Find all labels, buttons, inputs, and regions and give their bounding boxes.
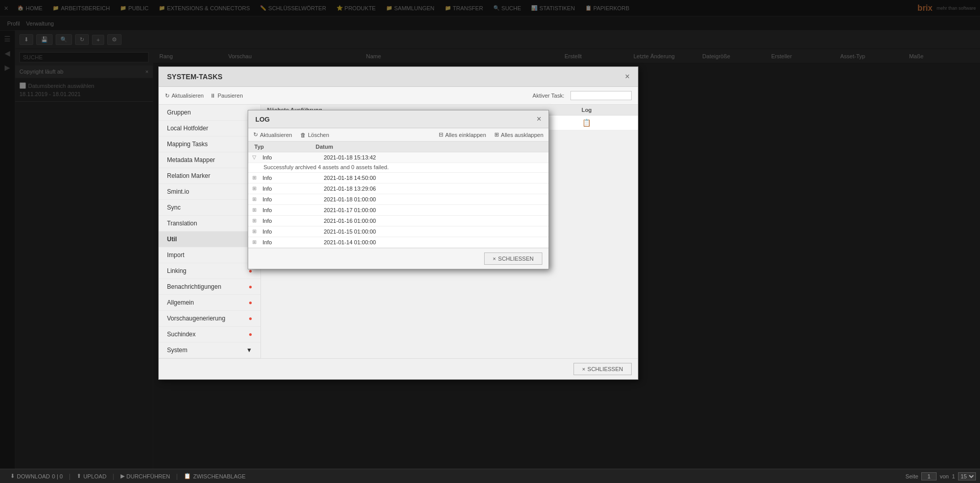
log-row: ⊞ Info 2021-01-16 01:00:00 [248, 216, 548, 226]
log-date: 2021-01-18 01:00:00 [322, 196, 544, 202]
delete-icon: 🗑 [300, 132, 306, 138]
expand-collapse-icon[interactable]: ⊞ [252, 239, 258, 245]
log-row: ▽ Info 2021-01-18 15:13:42 [248, 152, 548, 163]
log-type: Info [260, 218, 322, 224]
download-count: 0 | 0 [52, 473, 63, 479]
badge-icon: ● [249, 315, 252, 322]
pausieren-button[interactable]: ⏸ Pausieren [210, 93, 243, 99]
alles-einklappen-button[interactable]: ⊟ Alles einklappen [439, 131, 486, 138]
upload-icon: ⬆ [77, 473, 81, 479]
log-toolbar: ↻ Aktualisieren 🗑 Löschen ⊟ Alles einkla… [248, 128, 548, 142]
items-per-page-select[interactable]: 15 25 50 [958, 472, 976, 480]
aktiver-task-input[interactable] [570, 91, 632, 100]
badge-icon: ● [249, 283, 252, 290]
download-icon: ⬇ [10, 473, 15, 479]
nav-item-system[interactable]: System ▼ [159, 342, 260, 358]
durchfuhren-status: ▶ DURCHFÜHREN [114, 473, 177, 479]
expand-collapse-icon[interactable]: ▽ [252, 154, 258, 160]
log-type: Info [260, 239, 322, 245]
system-tasks-close[interactable]: × [625, 72, 630, 81]
log-loschen-button[interactable]: 🗑 Löschen [300, 132, 329, 138]
system-tasks-title: SYSTEM-TASKS [167, 73, 223, 81]
system-tasks-footer: × SCHLIESSEN [159, 358, 638, 379]
log-row: ⊞ Info 2021-01-18 01:00:00 [248, 194, 548, 205]
refresh-icon: ↻ [165, 93, 170, 99]
page-number-input[interactable] [921, 472, 937, 480]
nav-item-util[interactable]: Util ● [159, 232, 260, 247]
zwischenablage-status: 📋 ZWISCHENABLAGE [178, 473, 252, 479]
badge-icon: ● [249, 331, 252, 338]
task-log-btn[interactable]: 📋 [540, 119, 634, 127]
log-modal: LOG × ↻ Aktualisieren 🗑 Löschen ⊟ Alles … [248, 110, 549, 269]
upload-status: ⬆ UPLOAD [70, 473, 112, 479]
nav-item-allgemein[interactable]: Allgemein ● [159, 295, 260, 311]
log-row: ⊞ Info 2021-01-14 01:00:00 [248, 237, 548, 248]
expand-collapse-icon[interactable]: ⊞ [252, 218, 258, 223]
log-type: Info [260, 207, 322, 213]
expand-collapse-icon[interactable]: ⊞ [252, 228, 258, 234]
download-status: ⬇ DOWNLOAD 0 | 0 [4, 473, 69, 479]
nav-item-smint-io[interactable]: Smint.io ● [159, 184, 260, 200]
log-row: ⊞ Info 2021-01-18 14:50:00 [248, 173, 548, 183]
tasks-nav: Gruppen ▶ Local Hotfolder ● Mapping Task… [159, 105, 261, 358]
system-tasks-header: SYSTEM-TASKS × [159, 67, 638, 87]
log-date: 2021-01-18 13:29:06 [322, 186, 544, 192]
expand-collapse-icon[interactable]: ⊞ [252, 175, 258, 180]
log-rows-container: ▽ Info 2021-01-18 15:13:42 Successfuly a… [248, 152, 548, 248]
log-type: Info [260, 186, 322, 192]
nav-item-local-hotfolder[interactable]: Local Hotfolder ● [159, 121, 260, 136]
col-datum: Datum [314, 144, 544, 150]
expand-collapse-icon[interactable]: ⊞ [252, 186, 258, 191]
log-date: 2021-01-18 15:13:42 [322, 154, 544, 160]
nav-item-sync[interactable]: Sync ● [159, 200, 260, 216]
nav-item-mapping-tasks[interactable]: Mapping Tasks ● [159, 136, 260, 152]
nav-item-suchindex[interactable]: Suchindex ● [159, 327, 260, 342]
log-row: ⊞ Info 2021-01-17 01:00:00 [248, 205, 548, 216]
nav-item-benachrichtigungen[interactable]: Benachrichtigungen ● [159, 279, 260, 295]
system-tasks-close-button[interactable]: × SCHLIESSEN [573, 363, 632, 375]
durchfuhren-icon: ▶ [121, 473, 125, 479]
close-x-icon: × [582, 366, 585, 372]
expand-icon: ⊞ [494, 131, 499, 138]
log-date: 2021-01-15 01:00:00 [322, 228, 544, 235]
col-log: Log [540, 107, 634, 113]
close-x-icon: × [493, 256, 496, 262]
log-header: LOG × [248, 110, 548, 128]
nav-item-linking[interactable]: Linking ● [159, 263, 260, 279]
log-title: LOG [255, 116, 270, 123]
log-close-icon[interactable]: × [537, 114, 541, 124]
log-date: 2021-01-18 14:50:00 [322, 175, 544, 181]
log-row: ⊞ Info 2021-01-15 01:00:00 [248, 226, 548, 237]
log-row-detail: Successfuly archived 4 assets and 0 asse… [248, 163, 548, 173]
expand-collapse-icon[interactable]: ⊞ [252, 207, 258, 213]
nav-item-relation-marker[interactable]: Relation Marker ● [159, 168, 260, 184]
log-type: Info [260, 196, 322, 202]
alles-ausklappen-button[interactable]: ⊞ Alles ausklappen [494, 131, 543, 138]
pager: Seite von 1 15 25 50 [905, 472, 976, 480]
bottom-bar: ⬇ DOWNLOAD 0 | 0 | ⬆ UPLOAD | ▶ DURCHFÜH… [0, 469, 980, 483]
nav-item-gruppen[interactable]: Gruppen ▶ [159, 105, 260, 121]
log-col-header: Typ Datum [248, 142, 548, 152]
nav-item-import[interactable]: Import ● [159, 247, 260, 263]
log-date: 2021-01-17 01:00:00 [322, 207, 544, 213]
log-type: Info [260, 228, 322, 235]
col-typ: Typ [252, 144, 314, 150]
aktualisieren-button[interactable]: ↻ Aktualisieren [165, 93, 204, 99]
log-footer: × SCHLIESSEN [248, 248, 548, 269]
aktiver-task-label: Aktiver Task: [533, 93, 564, 99]
log-date: 2021-01-14 01:00:00 [322, 239, 544, 245]
chevron-down-icon: ▼ [246, 347, 252, 354]
nav-item-metadata-mapper[interactable]: Metadata Mapper ● [159, 152, 260, 168]
nav-item-vorschaugenerierung[interactable]: Vorschaugenerierung ● [159, 311, 260, 327]
refresh-icon: ↻ [253, 131, 258, 138]
pause-icon: ⏸ [210, 93, 216, 99]
log-type: Info [260, 175, 322, 181]
zwischenablage-icon: 📋 [184, 473, 191, 479]
log-close-button[interactable]: × SCHLIESSEN [484, 252, 542, 265]
collapse-icon: ⊟ [439, 131, 443, 138]
log-aktualisieren-button[interactable]: ↻ Aktualisieren [253, 131, 292, 138]
expand-collapse-icon[interactable]: ⊞ [252, 196, 258, 202]
nav-item-translation[interactable]: Translation ● [159, 216, 260, 232]
log-date: 2021-01-16 01:00:00 [322, 218, 544, 224]
log-type: Info [260, 154, 322, 160]
